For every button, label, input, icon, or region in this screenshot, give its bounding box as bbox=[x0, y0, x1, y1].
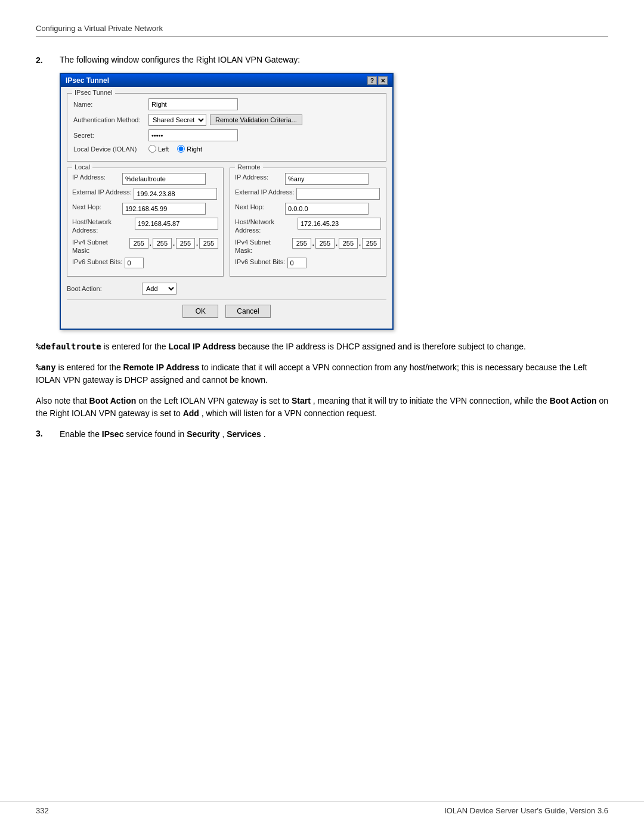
remote-ipv4-1[interactable] bbox=[292, 238, 311, 249]
secret-input[interactable] bbox=[148, 129, 238, 141]
para-2: %any is entered for the Remote IP Addres… bbox=[36, 361, 608, 386]
para2-bold1: Remote IP Address bbox=[123, 363, 200, 372]
panels-row: Local IP Address: External IP Address: N… bbox=[67, 168, 386, 277]
local-ipv4-3[interactable] bbox=[176, 238, 195, 249]
remote-nexthop-input[interactable] bbox=[285, 203, 369, 215]
titlebar-buttons: ? ✕ bbox=[367, 76, 388, 85]
auth-method-label: Authentication Method: bbox=[73, 116, 145, 123]
ok-button[interactable]: OK bbox=[182, 305, 218, 318]
step3-bold3: Services bbox=[227, 429, 261, 439]
local-ipv6-input[interactable] bbox=[125, 258, 144, 268]
step-3: 3. Enable the IPsec service found in Sec… bbox=[36, 428, 608, 449]
para-3: Also note that Boot Action on the Left I… bbox=[36, 395, 608, 420]
para3-bold2: Start bbox=[292, 396, 311, 405]
header-title: Configuring a Virtual Private Network bbox=[36, 24, 163, 33]
auth-method-select[interactable]: Shared Secret Certificate bbox=[148, 114, 206, 126]
local-ipv4-1[interactable] bbox=[129, 238, 148, 249]
remote-ipv4-row: IPv4 Subnet Mask: . . . bbox=[235, 238, 381, 255]
para-1: %defaultroute is entered for the Local I… bbox=[36, 340, 608, 353]
radio-left[interactable] bbox=[148, 145, 156, 153]
local-ipv4-2[interactable] bbox=[153, 238, 172, 249]
local-external-ip-label: External IP Address: bbox=[72, 188, 131, 196]
local-device-label: Local Device (IOLAN) bbox=[73, 145, 145, 153]
boot-action-label: Boot Action: bbox=[67, 285, 138, 292]
remote-ipv4-3[interactable] bbox=[339, 238, 358, 249]
para3-text: Also note that bbox=[36, 396, 89, 405]
dialog-title: IPsec Tunnel bbox=[66, 76, 109, 85]
remote-panel-label: Remote bbox=[235, 163, 263, 171]
auth-method-row: Authentication Method: Shared Secret Cer… bbox=[73, 114, 380, 126]
ipsec-dialog: IPsec Tunnel ? ✕ IPsec Tunnel Name: bbox=[60, 73, 394, 330]
local-panel: Local IP Address: External IP Address: N… bbox=[67, 168, 224, 277]
close-button[interactable]: ✕ bbox=[378, 76, 388, 85]
name-label: Name: bbox=[73, 101, 145, 108]
para1-after-code: is entered for the bbox=[103, 342, 168, 351]
local-ipv4-subnet: . . . bbox=[129, 238, 218, 249]
remote-ipv6-label: IPv6 Subnet Bits: bbox=[235, 258, 285, 266]
step-2-content: The following window configures the Righ… bbox=[60, 55, 608, 330]
remote-ipv6-input[interactable] bbox=[287, 258, 306, 268]
local-external-ip-row: External IP Address: bbox=[72, 188, 218, 200]
local-external-ip-input[interactable] bbox=[134, 188, 217, 200]
cancel-button[interactable]: Cancel bbox=[225, 305, 270, 318]
para1-bold1: Local IP Address bbox=[168, 342, 236, 351]
local-ipv6-row: IPv6 Subnet Bits: bbox=[72, 258, 218, 268]
section-label: IPsec Tunnel bbox=[72, 89, 115, 96]
remote-ip-row: IP Address: bbox=[235, 173, 381, 185]
radio-left-item[interactable]: Left bbox=[148, 145, 169, 153]
ipsec-tunnel-section: IPsec Tunnel Name: Authentication Method… bbox=[67, 93, 386, 162]
remote-ipv4-label: IPv4 Subnet Mask: bbox=[235, 238, 290, 255]
para3-after-bold4: , which will listen for a VPN connection… bbox=[202, 408, 377, 418]
para2-after-code: is entered for the bbox=[58, 363, 123, 372]
remote-external-ip-label: External IP Address: bbox=[235, 188, 294, 196]
help-button[interactable]: ? bbox=[367, 76, 377, 85]
local-ip-row: IP Address: bbox=[72, 173, 218, 185]
footer-book-title: IOLAN Device Server User's Guide, Versio… bbox=[444, 806, 608, 815]
local-ipv6-label: IPv6 Subnet Bits: bbox=[72, 258, 122, 266]
remote-ipv4-2[interactable] bbox=[315, 238, 335, 249]
para3-after-bold1: on the Left IOLAN VPN gateway is set to bbox=[138, 396, 292, 405]
step3-end: . bbox=[264, 429, 266, 439]
remote-ip-input[interactable] bbox=[285, 173, 369, 185]
secret-row: Secret: bbox=[73, 129, 380, 141]
remote-hostnetwork-input[interactable] bbox=[298, 218, 381, 230]
local-ipv4-4[interactable] bbox=[199, 238, 218, 249]
dialog-titlebar: IPsec Tunnel ? ✕ bbox=[61, 74, 392, 87]
name-row: Name: bbox=[73, 98, 380, 110]
local-hostnetwork-row: Host/Network Address: bbox=[72, 218, 218, 235]
para3-bold3: Boot Action bbox=[550, 396, 597, 405]
step3-middle: service found in bbox=[126, 429, 187, 439]
remote-nexthop-row: Next Hop: bbox=[235, 203, 381, 215]
radio-left-label: Left bbox=[158, 145, 169, 153]
local-ip-label: IP Address: bbox=[72, 173, 120, 181]
secret-label: Secret: bbox=[73, 132, 145, 139]
radio-right[interactable] bbox=[177, 145, 185, 153]
step-3-text: Enable the IPsec service found in Securi… bbox=[60, 428, 608, 441]
name-input[interactable] bbox=[148, 98, 238, 110]
remote-ip-label: IP Address: bbox=[235, 173, 283, 181]
remote-validation-button[interactable]: Remote Validation Criteria... bbox=[210, 114, 302, 125]
radio-right-item[interactable]: Right bbox=[177, 145, 202, 153]
local-hostnetwork-input[interactable] bbox=[135, 218, 218, 230]
step-3-number: 3. bbox=[36, 428, 60, 449]
para1-after-bold1: because the IP address is DHCP assigned … bbox=[238, 342, 526, 351]
remote-external-ip-input[interactable] bbox=[296, 188, 380, 200]
radio-right-label: Right bbox=[187, 145, 202, 153]
step3-bold1: IPsec bbox=[102, 429, 124, 439]
step-2: 2. The following window configures the R… bbox=[36, 55, 608, 330]
radio-group: Left Right bbox=[148, 145, 202, 153]
step-2-number: 2. bbox=[36, 55, 60, 330]
local-nexthop-input[interactable] bbox=[122, 203, 206, 215]
para3-after-bold2: , meaning that it will try to initiate t… bbox=[313, 396, 550, 405]
step3-bold2: Security bbox=[187, 429, 219, 439]
remote-ipv4-4[interactable] bbox=[362, 238, 381, 249]
para3-bold4: Add bbox=[183, 408, 199, 418]
local-ip-input[interactable] bbox=[122, 173, 206, 185]
step-2-intro: The following window configures the Righ… bbox=[60, 55, 608, 64]
page-header: Configuring a Virtual Private Network bbox=[36, 24, 608, 37]
step3-text: Enable the bbox=[60, 429, 102, 439]
local-hostnetwork-label: Host/Network Address: bbox=[72, 218, 132, 235]
local-nexthop-row: Next Hop: bbox=[72, 203, 218, 215]
boot-action-select[interactable]: Add Start Ignore bbox=[142, 283, 177, 295]
remote-hostnetwork-label: Host/Network Address: bbox=[235, 218, 295, 235]
